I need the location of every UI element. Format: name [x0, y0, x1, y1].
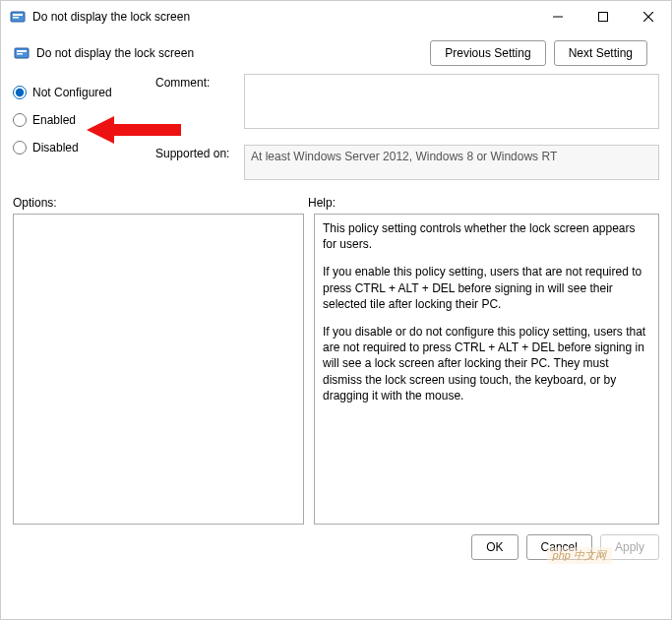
- options-pane: [13, 214, 304, 525]
- titlebar: Do not display the lock screen: [1, 1, 671, 32]
- radio-not-configured-label: Not Configured: [32, 86, 112, 99]
- radio-enabled[interactable]: Enabled: [13, 113, 155, 127]
- svg-rect-9: [17, 53, 23, 55]
- next-setting-button[interactable]: Next Setting: [554, 40, 647, 66]
- policy-title: Do not display the lock screen: [36, 46, 430, 60]
- comment-label: Comment:: [155, 74, 244, 90]
- close-button[interactable]: [626, 1, 671, 32]
- help-label: Help:: [308, 196, 659, 210]
- maximize-button[interactable]: [580, 1, 626, 32]
- cancel-button[interactable]: Cancel: [526, 534, 592, 560]
- radio-disabled[interactable]: Disabled: [13, 141, 155, 155]
- supported-on-text: At least Windows Server 2012, Windows 8 …: [244, 145, 659, 180]
- dialog-buttons: OK Cancel Apply php 中文网: [1, 525, 671, 570]
- app-icon: [9, 8, 27, 26]
- svg-rect-8: [17, 50, 27, 52]
- radio-enabled-label: Enabled: [32, 113, 76, 127]
- apply-button[interactable]: Apply: [600, 534, 659, 560]
- policy-header: Do not display the lock screen Previous …: [1, 32, 671, 70]
- radio-disabled-input[interactable]: [13, 141, 27, 155]
- options-label: Options:: [13, 196, 308, 210]
- help-text-p3: If you disable or do not configure this …: [323, 324, 650, 403]
- window-controls: [535, 1, 671, 32]
- radio-not-configured[interactable]: Not Configured: [13, 86, 155, 99]
- state-radio-group: Not Configured Enabled Disabled: [13, 86, 155, 155]
- svg-rect-1: [13, 14, 23, 16]
- supported-label: Supported on:: [155, 145, 244, 160]
- ok-button[interactable]: OK: [471, 534, 518, 560]
- help-pane: This policy setting controls whether the…: [314, 214, 659, 525]
- help-text-p1: This policy setting controls whether the…: [323, 220, 650, 252]
- radio-disabled-label: Disabled: [32, 141, 79, 155]
- svg-rect-4: [599, 13, 608, 22]
- minimize-button[interactable]: [535, 1, 580, 32]
- comment-input[interactable]: [244, 74, 659, 129]
- radio-enabled-input[interactable]: [13, 113, 27, 127]
- policy-icon: [13, 44, 31, 62]
- window-title: Do not display the lock screen: [32, 10, 535, 24]
- previous-setting-button[interactable]: Previous Setting: [430, 40, 545, 66]
- help-text-p2: If you enable this policy setting, users…: [323, 264, 650, 312]
- svg-rect-2: [13, 17, 19, 19]
- radio-not-configured-input[interactable]: [13, 86, 27, 99]
